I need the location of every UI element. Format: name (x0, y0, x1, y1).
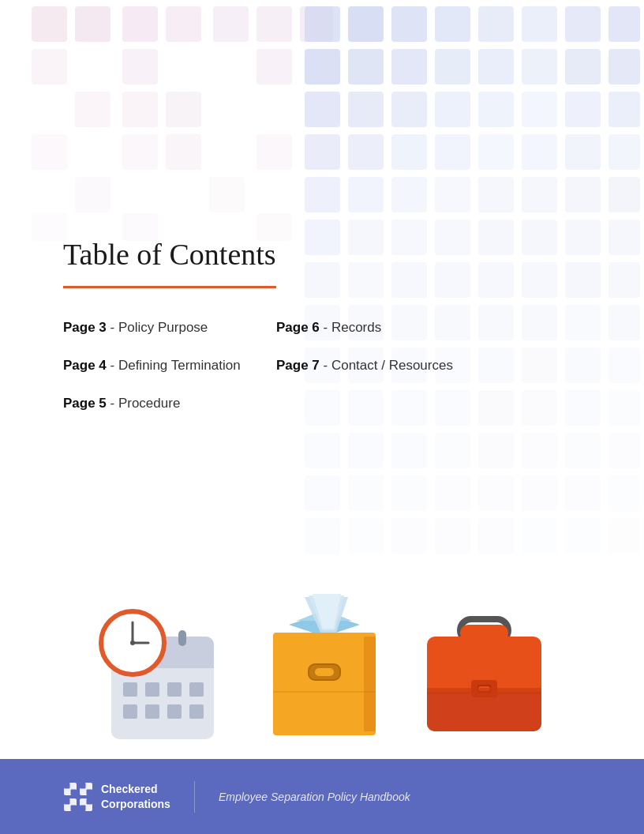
briefcase-illustration (415, 589, 553, 747)
footer-logo: Checkered Corporations (63, 782, 170, 812)
footer: Checkered Corporations Employee Separati… (0, 759, 644, 834)
svg-rect-138 (178, 630, 186, 646)
toc-item-page5: Page 5 - Procedure (63, 396, 260, 411)
svg-rect-172 (80, 805, 86, 811)
footer-subtitle: Employee Separation Policy Handbook (219, 791, 410, 803)
svg-rect-163 (64, 783, 70, 789)
toc-section: Table of Contents Page 3 - Policy Purpos… (63, 237, 474, 411)
svg-rect-148 (273, 633, 376, 735)
illustration-area (0, 573, 644, 747)
svg-rect-169 (64, 798, 70, 805)
svg-rect-133 (123, 704, 137, 719)
toc-divider (63, 286, 276, 288)
box-illustration (249, 581, 399, 747)
svg-rect-131 (167, 682, 182, 697)
toc-item-page7: Page 7 - Contact / Resources (276, 358, 474, 374)
svg-rect-151 (315, 668, 334, 676)
svg-rect-129 (123, 682, 137, 697)
svg-rect-135 (167, 704, 182, 719)
company-logo-icon (63, 782, 93, 812)
svg-rect-170 (71, 805, 77, 811)
clock-calendar-illustration (92, 589, 234, 747)
toc-title: Table of Contents (63, 237, 474, 272)
svg-rect-164 (71, 789, 77, 795)
footer-divider (194, 781, 195, 813)
svg-rect-134 (145, 704, 159, 719)
toc-item-page4: Page 4 - Defining Termination (63, 358, 260, 374)
footer-company-name: Checkered Corporations (101, 782, 170, 810)
svg-rect-166 (80, 783, 86, 789)
toc-grid: Page 3 - Policy Purpose Page 4 - Definin… (63, 320, 474, 411)
svg-rect-167 (87, 789, 93, 795)
svg-rect-136 (189, 704, 204, 719)
svg-rect-132 (189, 682, 204, 697)
svg-rect-130 (145, 682, 159, 697)
toc-item-page3: Page 3 - Policy Purpose (63, 320, 260, 336)
toc-item-page6: Page 6 - Records (276, 320, 474, 336)
svg-rect-173 (87, 798, 93, 805)
svg-rect-149 (364, 637, 376, 731)
svg-rect-161 (427, 688, 541, 694)
